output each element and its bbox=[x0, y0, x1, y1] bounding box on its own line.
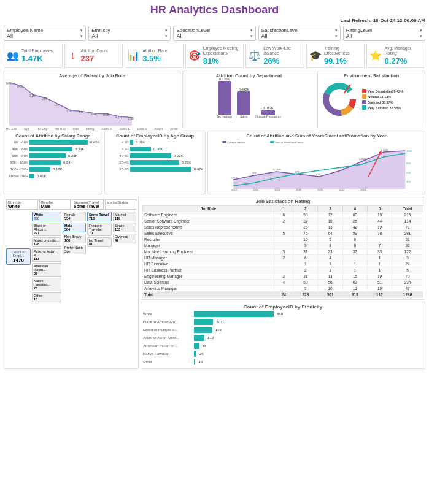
kpi-row: 👥 Total Employees 1.47K ↓ Attrition Coun… bbox=[4, 44, 425, 68]
table-cell: Engineering Manager bbox=[143, 273, 274, 279]
table-cell bbox=[274, 224, 293, 230]
kpi-attrition-count: ↓ Attrition Count 237 bbox=[64, 44, 123, 68]
table-cell: 1 bbox=[342, 261, 367, 267]
attrition-dept-chart: Attrition Count by Department 0.133K Tec… bbox=[182, 71, 316, 128]
svg-text:64K: 64K bbox=[17, 85, 23, 88]
chevron-icon: ▾ bbox=[165, 28, 168, 33]
table-cell bbox=[342, 254, 367, 261]
age-row: 25-46 0.29K bbox=[107, 160, 204, 165]
table-cell: 62 bbox=[342, 279, 367, 285]
range-row: 100K-120+ 0.16K bbox=[6, 167, 100, 172]
decomp-travel-frequent: Frequent Traveller70 bbox=[87, 223, 112, 236]
filter-rating[interactable]: RatingLevel ▾ All ▾ bbox=[343, 26, 425, 41]
dept-bar-sales: 0.092K Sales bbox=[237, 88, 250, 118]
employees-icon: 👥 bbox=[7, 50, 19, 61]
svg-text:0.127K: 0.127K bbox=[338, 167, 346, 170]
table-cell: 75 bbox=[293, 230, 318, 236]
svg-text:861: 861 bbox=[253, 172, 257, 175]
table-cell: 5 bbox=[318, 236, 342, 242]
table-cell: 3 bbox=[293, 285, 318, 291]
charts-row-2: Count of Attrition by Salary Range 0K - … bbox=[4, 131, 425, 194]
svg-text:0.91K: 0.91K bbox=[231, 176, 238, 179]
chevron-icon: ▾ bbox=[80, 34, 83, 39]
table-cell: 70 bbox=[392, 273, 423, 279]
charts-row-1: Average of Salary by Job Role 84K 64K 31… bbox=[4, 71, 425, 128]
table-cell: 5 bbox=[392, 267, 423, 273]
svg-rect-18 bbox=[223, 141, 226, 143]
svg-text:24K: 24K bbox=[42, 97, 48, 101]
eth-bar-row: Black or African Am...207 bbox=[143, 319, 423, 325]
svg-text:Count of Attrition: Count of Attrition bbox=[228, 141, 246, 144]
table-cell: 21 bbox=[293, 273, 318, 279]
table-cell: 51 bbox=[367, 279, 392, 285]
filter-satisfaction[interactable]: SatisfactionLevel ▾ All ▾ bbox=[258, 26, 341, 41]
decomp-filter-marital[interactable]: MaritalStatus bbox=[105, 199, 137, 210]
svg-text:2020: 2020 bbox=[318, 188, 324, 191]
range-row: 60K - 80K 0.28K bbox=[6, 153, 100, 158]
table-cell: 1 bbox=[342, 267, 367, 273]
table-cell: 13 bbox=[318, 224, 342, 230]
table-cell: 112 bbox=[367, 291, 392, 297]
table-cell: 3 bbox=[392, 254, 423, 261]
filter-ethnicity[interactable]: Ethnicity ▾ All ▾ bbox=[88, 26, 171, 41]
table-cell: Analytics Manager bbox=[143, 285, 274, 291]
table-cell: 1 bbox=[293, 261, 318, 267]
decomp-filter-ethnicity[interactable]: Ethnicity White bbox=[6, 199, 38, 210]
table-cell bbox=[274, 242, 293, 248]
table-cell: 24 bbox=[274, 291, 293, 297]
decomp-ethnicity-black: Black or African...227 bbox=[32, 223, 61, 236]
year-chart-svg: Count of Attrition Sum of YearsSinceProm… bbox=[210, 140, 423, 192]
decomp-filter-gender[interactable]: Gender Male bbox=[39, 199, 71, 210]
age-group-chart: Count of EmployeeID by Age Group < 30 0.… bbox=[104, 131, 206, 194]
table-cell: 2 bbox=[293, 267, 318, 273]
table-cell: 7 bbox=[367, 242, 392, 248]
table-cell: 6 bbox=[342, 236, 367, 242]
table-cell: HR Executive bbox=[143, 261, 274, 267]
balance-icon: ⚖️ bbox=[249, 50, 261, 61]
svg-text:645: 645 bbox=[317, 173, 321, 176]
rating-icon: ⭐ bbox=[369, 50, 382, 61]
table-cell: 10 bbox=[318, 218, 342, 224]
decomp-travel-some: Some Travel716 bbox=[87, 212, 112, 221]
table-cell: 10 bbox=[293, 236, 318, 242]
table-cell: 4 bbox=[318, 254, 342, 261]
svg-text:2014: 2014 bbox=[253, 188, 260, 191]
svg-text:0.136K: 0.136K bbox=[360, 158, 368, 161]
kpi-manager-rating: ⭐ Avg. Manager Rating 0.27% bbox=[366, 44, 425, 68]
table-cell: 32 bbox=[392, 242, 423, 248]
decomp-filter-travel[interactable]: BusinessTravel Some Travel bbox=[72, 199, 104, 210]
rate-icon: 📊 bbox=[128, 50, 140, 61]
filter-education[interactable]: EducationLevel ▾ All ▾ bbox=[173, 26, 255, 41]
chevron-icon: ▾ bbox=[420, 34, 422, 39]
eth-bar-row: Native Hawaiian26 bbox=[143, 351, 423, 357]
salary-chart-svg: 84K 64K 31K 24K 17K 11K 11K 9.4K 9.3K 4.… bbox=[6, 80, 178, 126]
eth-bar-row: Other16 bbox=[143, 359, 423, 365]
table-cell: 2 bbox=[274, 218, 293, 224]
right-panel: Job Satisfaction Rating JobRole 1 2 3 4 … bbox=[141, 197, 425, 369]
attrition-year-chart: Count of Attrition and Sum of YearsSince… bbox=[207, 131, 425, 194]
table-cell: 1 bbox=[318, 261, 342, 267]
filter-employee-name[interactable]: Employee Name ▾ All ▾ bbox=[4, 26, 86, 41]
table-cell: 328 bbox=[293, 291, 318, 297]
table-cell: 9 bbox=[293, 242, 318, 248]
table-cell: 1 bbox=[318, 267, 342, 273]
table-cell: 2 bbox=[274, 254, 293, 261]
kpi-total-employees: 👥 Total Employees 1.47K bbox=[4, 44, 63, 68]
table-cell: 56 bbox=[318, 279, 342, 285]
env-satisfaction-chart: Environment Satisfaction bbox=[317, 71, 425, 128]
table-cell bbox=[274, 236, 293, 242]
svg-text:4.1K: 4.1K bbox=[115, 115, 122, 119]
table-cell: 19 bbox=[367, 273, 392, 279]
svg-marker-0 bbox=[9, 83, 132, 126]
decomp-marital-single: Single103 bbox=[113, 223, 136, 232]
decomp-ethnicity-other: Other18 bbox=[32, 292, 61, 302]
last-refresh: Last Refresh: 18-Oct-24 12:00:00 AM bbox=[4, 18, 425, 23]
chevron-icon: ▾ bbox=[335, 28, 338, 33]
decomp-ethnicity-white: White 860 bbox=[32, 212, 61, 221]
bottom-section: Ethnicity White Gender Male BusinessTrav… bbox=[4, 197, 425, 369]
table-cell: 3 bbox=[274, 248, 293, 254]
chevron-icon: ▾ bbox=[250, 34, 253, 39]
attrition-icon: ↓ bbox=[68, 49, 79, 62]
dept-bar-hr: 0.012K Human Resources bbox=[255, 106, 280, 118]
kpi-meeting-expectations: 🎯 Employee Meeting Expectations 81% bbox=[185, 44, 244, 68]
